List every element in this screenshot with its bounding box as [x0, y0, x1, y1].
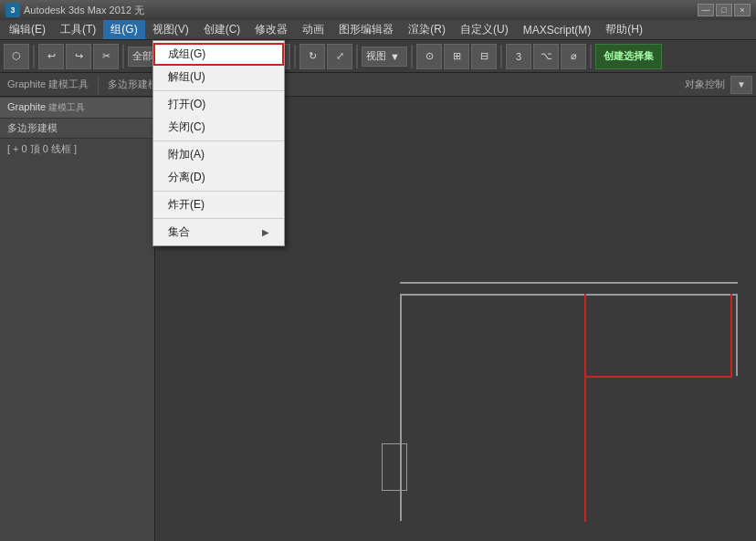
toolbar-sep-5 — [356, 45, 358, 68]
close-button[interactable]: × — [734, 4, 751, 16]
menu-item-render[interactable]: 渲染(R) — [401, 20, 453, 39]
toolbar-icon-11[interactable]: ⌥ — [533, 44, 559, 69]
shape-top-line — [400, 282, 738, 284]
small-rect-shape — [382, 443, 407, 491]
menu-bar: 编辑(E) 工具(T) 组(G) 视图(V) 创建(C) 修改器 动画 图形编辑… — [0, 20, 756, 40]
left-panel: Graphite 建模工具 多边形建模 [ + 0 顶 0 线框 ] — [0, 98, 155, 541]
shape-bottom-h — [584, 376, 732, 378]
toolbar-sep-8 — [590, 45, 592, 68]
maximize-button[interactable]: □ — [716, 4, 732, 16]
object-control-label: 对象控制 — [681, 78, 729, 91]
toolbar-sep-7 — [500, 45, 502, 68]
panel-header: Graphite 建模工具 — [0, 98, 154, 119]
dropdown-separator-2 — [153, 140, 284, 141]
menu-item-create[interactable]: 创建(C) — [196, 20, 248, 39]
graphite-label: Graphite — [7, 101, 46, 112]
panel-subheader: 多边形建模 — [0, 119, 154, 139]
dropdown-item-ungroup[interactable]: 解组(U) — [153, 66, 284, 88]
toolbar-sep-1 — [33, 45, 35, 68]
assembly-arrow-icon: ▶ — [262, 227, 269, 237]
graphite-tools-label: Graphite 建模工具 — [4, 78, 92, 91]
toolbar-icon-7[interactable]: ⊙ — [416, 44, 442, 69]
graphite-section: Graphite 建模工具 — [4, 78, 92, 91]
shape-center-vertical — [584, 294, 586, 522]
dropdown-separator-1 — [153, 90, 284, 91]
toolbar-redo[interactable]: ↪ — [66, 44, 91, 69]
toolbar-icon-8[interactable]: ⊞ — [444, 44, 469, 69]
dropdown-item-explode[interactable]: 炸开(E) — [153, 193, 284, 216]
dropdown-separator-4 — [153, 218, 284, 219]
dropdown-item-assembly[interactable]: 集合 ▶ — [153, 221, 284, 244]
toolbar-sep-2 — [122, 45, 124, 68]
dropdown-item-attach[interactable]: 附加(A) — [153, 143, 284, 166]
menu-item-view[interactable]: 视图(V) — [145, 20, 196, 39]
toolbar-icon-1[interactable]: ⬡ — [4, 44, 29, 69]
title-left: 3 Autodesk 3ds Max 2012 无 — [5, 3, 144, 17]
title-bar: 3 Autodesk 3ds Max 2012 无 — □ × — [0, 0, 756, 20]
dropdown-item-open[interactable]: 打开(O) — [153, 93, 284, 116]
object-control-dropdown[interactable]: ▼ — [730, 76, 752, 94]
dropdown-separator-3 — [153, 191, 284, 192]
main-toolbar: ⬡ ↩ ↪ ✂ 全部 ▼ ⬚ ⊕ ✕ ◈ ↻ ⤢ 视图 ▼ ⊙ ⊞ ⊟ 3 ⌥ … — [0, 40, 756, 73]
vertex-edge-info: [ + 0 顶 0 线框 ] — [7, 143, 77, 154]
app-icon: 3 — [5, 3, 20, 17]
menu-item-maxscript[interactable]: MAXScript(M) — [516, 20, 599, 39]
secondary-toolbar: Graphite 建模工具 多边形建模 对象控制 ▼ — [0, 73, 756, 97]
dropdown-item-detach[interactable]: 分离(D) — [153, 166, 284, 189]
toolbar-undo[interactable]: ↩ — [38, 44, 64, 69]
create-selection-button[interactable]: 创建选择集 — [595, 44, 662, 69]
view-dropdown-arrow: ▼ — [390, 51, 400, 62]
toolbar-sep-6 — [411, 45, 413, 68]
shape-right-vertical — [730, 294, 732, 376]
toolbar-rotate[interactable]: ↻ — [299, 44, 325, 69]
minimize-button[interactable]: — — [698, 4, 714, 16]
panel-info: [ + 0 顶 0 线框 ] — [0, 139, 154, 160]
toolbar-sep-4 — [294, 45, 296, 68]
polygon-modeling-label: 多边形建模 — [7, 122, 58, 133]
toolbar-icon-3[interactable]: ✂ — [93, 44, 119, 69]
menu-item-modifier[interactable]: 修改器 — [247, 20, 295, 39]
toolbar-icon-9[interactable]: ⊟ — [471, 44, 497, 69]
group-dropdown-menu: 成组(G) 解组(U) 打开(O) 关闭(C) 附加(A) 分离(D) 炸开(E… — [152, 40, 285, 246]
assembly-label: 集合 — [168, 224, 190, 240]
object-control-section: 对象控制 — [681, 78, 729, 91]
menu-item-tools[interactable]: 工具(T) — [53, 20, 103, 39]
menu-item-graph-editor[interactable]: 图形编辑器 — [331, 20, 401, 39]
toolbar2-sep-1 — [98, 76, 99, 94]
dropdown-item-group[interactable]: 成组(G) — [153, 43, 284, 66]
toolbar-icon-12[interactable]: ⌀ — [561, 44, 586, 69]
menu-item-help[interactable]: 帮助(H) — [598, 20, 650, 39]
title-text: Autodesk 3ds Max 2012 无 — [24, 4, 144, 17]
shape-inner-line — [400, 294, 738, 296]
view-dropdown[interactable]: 视图 ▼ — [362, 47, 407, 67]
menu-item-customize[interactable]: 自定义(U) — [453, 20, 516, 39]
menu-item-edit[interactable]: 编辑(E) — [2, 20, 53, 39]
menu-item-animation[interactable]: 动画 — [295, 20, 331, 39]
menu-item-group[interactable]: 组(G) — [103, 20, 144, 39]
toolbar-icon-10[interactable]: 3 — [506, 44, 531, 69]
dropdown-item-close[interactable]: 关闭(C) — [153, 116, 284, 139]
shape-right-edge — [736, 294, 738, 376]
window-controls: — □ × — [698, 4, 751, 16]
toolbar-scale[interactable]: ⤢ — [327, 44, 352, 69]
